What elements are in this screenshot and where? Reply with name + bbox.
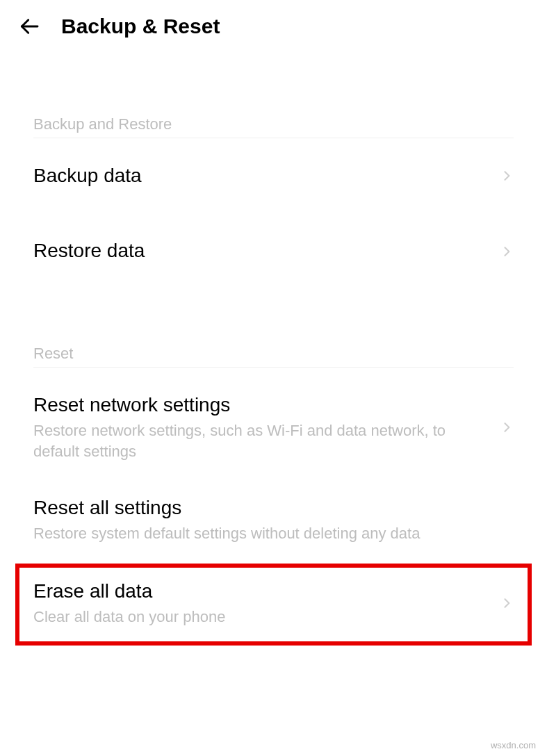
list-item-text: Restore data	[33, 238, 494, 263]
reset-network-item[interactable]: Reset network settings Restore network s…	[33, 368, 514, 479]
restore-data-item[interactable]: Restore data	[33, 213, 514, 288]
item-subtitle: Clear all data on your phone	[33, 607, 494, 627]
item-title: Restore data	[33, 238, 494, 263]
erase-all-item[interactable]: Erase all data Clear all data on your ph…	[33, 579, 514, 627]
list-item-text: Erase all data Clear all data on your ph…	[33, 579, 494, 627]
list-item-text: Backup data	[33, 163, 494, 188]
item-title: Backup data	[33, 163, 494, 188]
list-item-text: Reset all settings Restore system defaul…	[33, 495, 514, 544]
content-area: Backup and Restore Backup data Restore d…	[0, 53, 547, 646]
chevron-right-icon	[500, 245, 514, 258]
item-subtitle: Restore network settings, such as Wi-Fi …	[33, 420, 494, 461]
section-header-backup: Backup and Restore	[33, 53, 514, 138]
watermark: wsxdn.com	[491, 740, 536, 750]
section-header-reset: Reset	[33, 289, 514, 368]
item-title: Reset network settings	[33, 393, 494, 418]
item-title: Erase all data	[33, 579, 494, 604]
page-title: Backup & Reset	[61, 15, 220, 38]
highlighted-item: Erase all data Clear all data on your ph…	[15, 564, 532, 646]
back-button[interactable]	[17, 14, 42, 39]
chevron-right-icon	[500, 596, 514, 610]
chevron-right-icon	[500, 169, 514, 183]
reset-all-item[interactable]: Reset all settings Restore system defaul…	[33, 479, 514, 561]
item-title: Reset all settings	[33, 495, 514, 520]
chevron-right-icon	[500, 420, 514, 434]
header-bar: Backup & Reset	[0, 0, 547, 53]
arrow-left-icon	[18, 15, 40, 38]
item-subtitle: Restore system default settings without …	[33, 523, 514, 544]
backup-data-item[interactable]: Backup data	[33, 138, 514, 213]
list-item-text: Reset network settings Restore network s…	[33, 393, 494, 462]
